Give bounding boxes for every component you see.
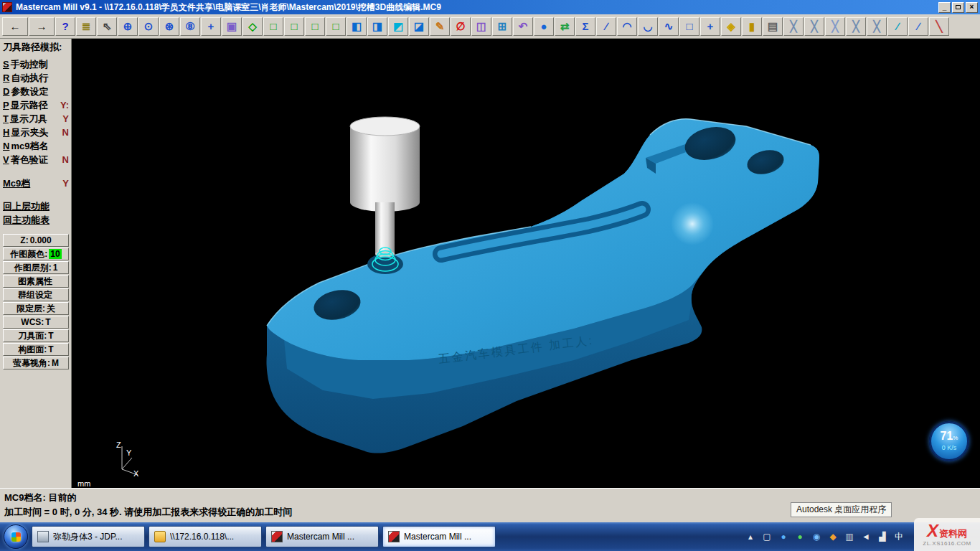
delete-button[interactable]: ∅ [451,17,471,36]
sketch-button[interactable]: ✎ [430,17,450,36]
close-button[interactable]: × [966,2,978,13]
break-button[interactable]: ∕ [908,17,928,36]
gview-dynamic-button[interactable]: ◇ [242,17,263,36]
create-point-button[interactable]: + [700,17,720,36]
calculator-button[interactable]: Σ [575,17,595,36]
join-button[interactable]: ╲ [929,17,949,36]
xform-mirror-button[interactable]: ╳ [783,17,804,36]
undo-button[interactable]: ↶ [513,17,533,36]
swap-views-button[interactable]: ⇄ [555,17,575,36]
operations-list-button[interactable]: ≣ [76,17,96,36]
gview-top-button[interactable]: □ [263,17,283,36]
start-button[interactable] [4,524,28,549]
construction-plane-button[interactable]: 构图面:T [3,343,69,356]
forward-button[interactable]: → [29,17,55,36]
graphics-viewport[interactable]: 五金汽车模具工件 加工人: [72,39,980,488]
xform-offset-button[interactable]: ╳ [867,17,887,36]
pencil-icon: ✎ [435,21,445,32]
xform-translate-button[interactable]: ╳ [846,17,866,36]
gview-isometric-button[interactable]: □ [326,17,346,36]
sim-menu-show-tool[interactable]: T显示刀具Y [3,112,69,126]
sim-menu-show-path[interactable]: P显示路径Y: [3,98,69,112]
tray-app-window-icon[interactable]: ▢ [761,531,773,542]
xform-rotate-button[interactable]: ╳ [804,17,824,36]
cplane-top-icon: ◧ [352,21,362,32]
unzoom-80-button[interactable]: ⑧ [180,17,200,36]
line-icon: ∕ [606,21,608,32]
create-arc-button[interactable]: ◠ [617,17,637,36]
trim-button[interactable]: ∕ [887,17,908,36]
watermark: X资料网 ZL.XS1616.COM [914,518,980,551]
tray-monitor-icon[interactable]: ▥ [844,531,855,542]
sigma-icon: Σ [582,21,588,32]
cplane-front-button[interactable]: ◨ [367,17,387,36]
network-speed-ball[interactable]: 71% 0 K/s [929,421,969,461]
model-canvas: 五金汽车模具工件 加工人: [72,39,980,488]
tray-safeguard-icon[interactable]: ● [794,531,806,542]
create-rectangle-button[interactable]: □ [679,17,699,36]
tray-uu-icon[interactable]: ◉ [811,531,822,542]
cplane-top-button[interactable]: ◧ [347,17,367,36]
gview-front-button[interactable]: □ [284,17,304,36]
ime-icon[interactable]: 中 [893,531,905,542]
draw-level-button[interactable]: 作图层别:1 [3,261,69,274]
taskbar-item-mastercam-2[interactable]: Mastercam Mill ... [382,526,496,547]
tool-plane-button[interactable]: 刀具面:T [3,329,69,342]
back-icon: ← [10,21,21,32]
create-spline-button[interactable]: ∿ [659,17,679,36]
sim-menu-param-setting[interactable]: D参数设定 [3,85,69,98]
paste-window-button[interactable]: ⊞ [492,17,512,36]
memory-percent: 71 [941,430,953,442]
sim-menu-auto-run[interactable]: R自动执行 [3,71,69,85]
create-line-button[interactable]: ∕ [596,17,616,36]
taskbar-tooltip: Autodesk 桌面应用程序 [791,502,892,517]
screen-view-button[interactable]: 萤幕视角:M [3,357,69,369]
create-surface-button[interactable]: ◈ [721,17,741,36]
cplane-3d-button[interactable]: ◪ [409,17,429,36]
shade-button[interactable]: ● [534,17,554,36]
limit-level-button[interactable]: 限定层:关 [3,302,69,315]
taskbar-item-explorer[interactable]: \\172.16.0.118\... [149,526,262,547]
back-button[interactable]: ← [2,17,28,36]
sim-menu-show-holder[interactable]: H显示夹头N [3,126,69,139]
repaint-button[interactable]: ▣ [222,17,242,36]
xform-scale-button[interactable]: ╳ [825,17,845,36]
toolbar: ← → ? ≣ ⇖ ⊕ ⊙ ⊛ ⑧ + ▣ ◇ □ □ □ □ ◧ ◨ ◩ ◪ … [0,14,980,39]
drafting-button[interactable]: ▤ [763,17,783,36]
minimize-button[interactable]: _ [938,2,951,13]
taskbar-item-jdpaint[interactable]: 弥勒身体3 - JDP... [32,526,145,547]
gview-side-button[interactable]: □ [305,17,325,36]
pan-button[interactable]: + [201,17,221,36]
z-depth-button[interactable]: Z:0.000 [3,234,69,247]
draw-color-button[interactable]: 作图颜色:10 [3,248,69,260]
create-solid-button[interactable]: ▮ [742,17,762,36]
tray-colorful-app-icon[interactable]: ◆ [827,531,839,542]
undo-icon: ↶ [519,21,528,32]
entity-attributes-button[interactable]: 图素属性 [3,275,69,288]
create-fillet-button[interactable]: ◡ [638,17,658,36]
wcs-button[interactable]: WCS:T [3,316,69,329]
drafting-icon: ▤ [768,21,778,32]
tray-sogou-icon[interactable]: ● [778,531,789,542]
show-hidden-icons-icon[interactable]: ▴ [745,531,756,542]
main-menu-link[interactable]: 回主功能表 [3,214,69,227]
sim-menu-manual-control[interactable]: S手动控制 [3,57,69,71]
taskbar-item-mastercam-1[interactable]: Mastercam Mill ... [265,526,379,547]
cursor-analyze-button[interactable]: ⇖ [97,17,117,36]
sidebar-menu: 刀具路径模拟: S手动控制 R自动执行 D参数设定 P显示路径Y: T显示刀具Y… [0,39,72,488]
sim-menu-mc9-file[interactable]: Mc9档Y [3,176,69,190]
volume-icon[interactable]: ◄ [860,531,872,542]
group-settings-button[interactable]: 群组设定 [3,288,69,301]
network-icon[interactable]: ▟ [877,531,888,542]
sim-menu-shade-verify[interactable]: V著色验证N [3,153,69,166]
zoom-dynamic-button[interactable]: ⊛ [159,17,179,36]
sim-menu-mc9-filename[interactable]: Nmc9档名 [3,139,69,153]
help-button[interactable]: ? [55,17,75,36]
back-menu-link[interactable]: 回上层功能 [3,200,69,214]
copy-window-button[interactable]: ◫ [471,17,491,36]
zoom-window-button[interactable]: ⊙ [138,17,159,36]
cplane-side-button[interactable]: ◩ [388,17,408,36]
zoom-button[interactable]: ⊕ [118,17,138,36]
maximize-button[interactable] [952,2,964,13]
repaint-icon: ▣ [227,21,237,32]
